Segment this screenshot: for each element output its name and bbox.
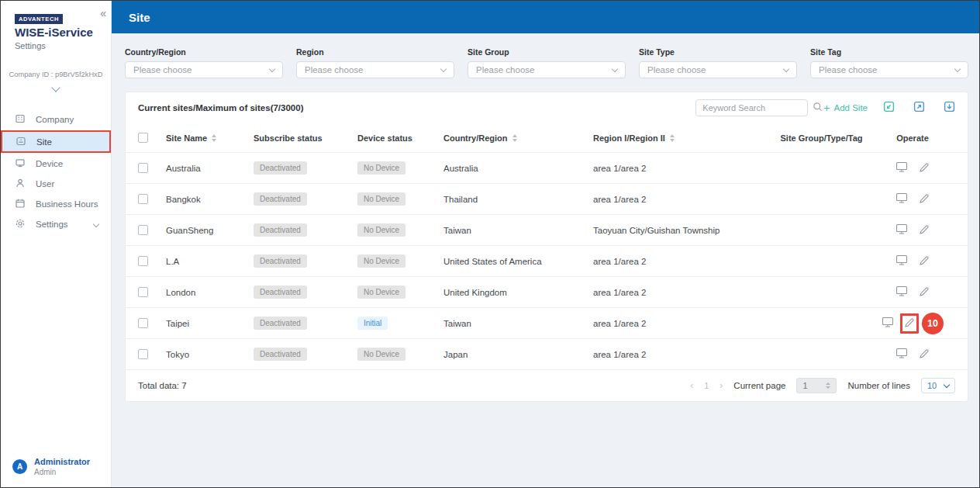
table-row: L.A Deactivated No Device United States … (126, 246, 968, 277)
sort-icon[interactable] (670, 134, 675, 142)
avatar[interactable]: A (12, 459, 27, 474)
region: area 1/area 2 (593, 319, 773, 328)
device-view-icon[interactable] (895, 348, 908, 361)
table-row: Bangkok Deactivated No Device Thailand a… (126, 184, 968, 215)
device-view-icon[interactable] (895, 223, 908, 237)
edit-pencil-icon[interactable] (904, 317, 915, 330)
annotation-step-badge: 10 (922, 313, 944, 334)
subscribe-status-badge: Deactivated (254, 254, 307, 268)
country-region: Thailand (443, 195, 593, 204)
current-page-input[interactable]: 1 (796, 378, 837, 393)
page-stepper-icon[interactable] (826, 382, 830, 389)
filter-label: Site Type (639, 47, 797, 57)
keyword-search-box[interactable] (695, 99, 808, 116)
chevron-down-icon (954, 65, 961, 71)
device-status-badge: No Device (357, 192, 405, 206)
edit-pencil-icon[interactable] (919, 224, 930, 237)
device-view-icon[interactable] (895, 192, 908, 206)
edit-pencil-icon[interactable] (919, 162, 930, 175)
sort-icon[interactable] (212, 134, 216, 142)
select-all-checkbox[interactable] (138, 133, 148, 143)
sidebar-item-business-hours[interactable]: Business Hours (1, 194, 111, 214)
site-name: Australia (166, 164, 254, 173)
row-checkbox[interactable] (138, 194, 148, 204)
country-region: Japan (443, 350, 593, 359)
device-view-icon[interactable] (882, 317, 894, 330)
site-name: London (166, 288, 254, 297)
user-role: Admin (34, 468, 90, 476)
select-placeholder: Please choose (647, 65, 706, 74)
annotation-highlight-box (900, 313, 919, 334)
country-region: United Kingdom (443, 288, 593, 297)
export-file-icon[interactable] (913, 101, 925, 116)
site-tag-select[interactable]: Please choose (810, 61, 968, 78)
sidebar-item-site[interactable]: Site (2, 131, 110, 152)
company-chevron-down-icon[interactable] (51, 83, 60, 92)
edit-pencil-icon[interactable] (919, 348, 930, 361)
device-view-icon[interactable] (895, 286, 908, 299)
sidebar-item-settings[interactable]: Settings (1, 214, 111, 234)
user-name: Administrator (34, 457, 90, 466)
app-window: « ADVANTECH WISE-iService Settings Compa… (0, 0, 980, 488)
lines-value: 10 (927, 381, 937, 390)
edit-pencil-icon[interactable] (919, 286, 930, 299)
site-icon (16, 136, 26, 148)
region: area 1/area 2 (593, 164, 773, 173)
device-view-icon[interactable] (895, 254, 908, 268)
lines-per-page-select[interactable]: 10 (921, 378, 955, 393)
company-icon (15, 113, 26, 126)
table-row: Tokyo Deactivated No Device Japan area 1… (126, 339, 968, 370)
site-type-select[interactable]: Please choose (639, 61, 797, 78)
sidebar-item-company[interactable]: Company (1, 109, 111, 130)
table-toolbar: + Add Site (695, 99, 955, 116)
filter-label: Region (296, 47, 454, 57)
subscribe-status-badge: Deactivated (254, 161, 307, 175)
row-checkbox[interactable] (138, 163, 148, 173)
device-status-badge: No Device (357, 286, 405, 299)
pager: ‹ 1 › (690, 380, 723, 391)
import-file-icon[interactable] (883, 101, 895, 116)
brand-block: ADVANTECH WISE-iService Settings (1, 1, 111, 50)
site-name: GuanSheng (166, 226, 254, 235)
filter-site-group: Site Group Please choose (468, 47, 626, 78)
sidebar-collapse-icon[interactable]: « (100, 7, 106, 19)
sidebar-item-device[interactable]: Device (1, 154, 111, 174)
country-region: Australia (443, 164, 593, 173)
region: area 1/area 2 (593, 288, 773, 297)
row-checkbox[interactable] (138, 349, 148, 359)
device-status-badge: No Device (357, 161, 405, 175)
chevron-down-icon (944, 381, 950, 387)
search-icon[interactable] (813, 101, 823, 115)
table-row: London Deactivated No Device United King… (126, 277, 968, 308)
device-icon (15, 157, 26, 170)
search-input[interactable] (702, 103, 813, 112)
row-checkbox[interactable] (138, 256, 148, 266)
region: area 1/area 2 (593, 195, 773, 204)
sort-icon[interactable] (512, 134, 517, 142)
row-checkbox[interactable] (138, 318, 148, 328)
main-area: Site Country/Region Please choose Region… (112, 1, 979, 487)
download-file-icon[interactable] (944, 101, 955, 116)
file-action-icons (883, 101, 955, 116)
country-region: Taiwan (443, 319, 593, 328)
sidebar-menu: Company Site Device User Business Hours … (1, 109, 111, 234)
next-page-icon[interactable]: › (719, 380, 723, 391)
filter-site-type: Site Type Please choose (639, 47, 797, 78)
row-checkbox[interactable] (138, 287, 148, 297)
add-site-button[interactable]: + Add Site (823, 102, 868, 114)
edit-pencil-icon[interactable] (919, 193, 930, 206)
device-view-icon[interactable] (895, 161, 908, 175)
region-select[interactable]: Please choose (296, 61, 454, 78)
prev-page-icon[interactable]: ‹ (690, 380, 693, 391)
col-region: Region I/Region II (593, 133, 773, 143)
page-number[interactable]: 1 (704, 381, 709, 390)
pagination-controls: ‹ 1 › Current page 1 Number of lines 10 (690, 378, 955, 393)
site-group-select[interactable]: Please choose (468, 61, 626, 78)
edit-pencil-icon[interactable] (919, 255, 930, 268)
sidebar-item-user[interactable]: User (1, 174, 111, 194)
user-block[interactable]: A Administrator Admin (1, 457, 111, 487)
row-checkbox[interactable] (138, 225, 148, 235)
settings-chevron-down-icon[interactable] (93, 221, 99, 227)
filter-region: Region Please choose (296, 47, 454, 78)
country-region-select[interactable]: Please choose (125, 61, 283, 78)
